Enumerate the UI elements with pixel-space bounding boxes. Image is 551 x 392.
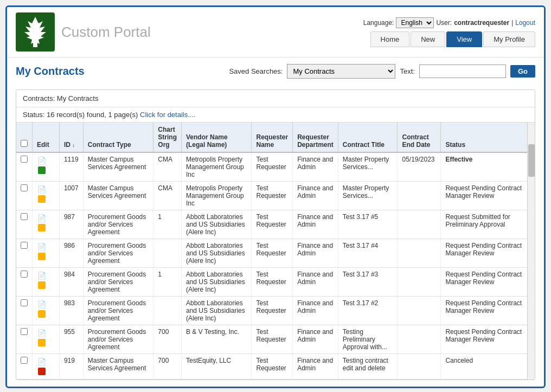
row-checkbox-4[interactable] bbox=[21, 271, 28, 278]
view-doc-icon[interactable]: 📄 bbox=[37, 213, 47, 223]
lang-user-row: Language: English User: contractrequeste… bbox=[363, 17, 535, 28]
th-edit: Edit bbox=[33, 123, 60, 152]
view-doc-icon[interactable]: 📄 bbox=[37, 299, 47, 309]
row-status: Request Pending Contract Manager Review bbox=[441, 268, 527, 297]
row-checkbox-cell bbox=[16, 239, 33, 268]
row-contract-title: Test 3.17 #4 bbox=[338, 239, 398, 268]
view-doc-icon[interactable]: 📄 bbox=[37, 156, 47, 165]
row-chart-string: 700 bbox=[153, 325, 182, 354]
row-chart-string: 1 bbox=[153, 210, 182, 239]
row-chart-string: CMA bbox=[153, 182, 182, 210]
view-doc-icon[interactable]: 📄 bbox=[37, 242, 47, 252]
row-id: 919 bbox=[59, 354, 83, 380]
scrollbar[interactable] bbox=[527, 123, 535, 380]
view-doc-icon[interactable]: 📄 bbox=[37, 357, 47, 367]
row-edit-cell: 📄 bbox=[33, 325, 60, 354]
table-row: 📄 986 Procurement Goods and/or Services … bbox=[16, 239, 527, 268]
search-text-input[interactable] bbox=[419, 65, 506, 78]
row-chart-string: CMA bbox=[153, 152, 182, 182]
row-checkbox-cell bbox=[16, 152, 33, 182]
select-all-checkbox[interactable] bbox=[21, 140, 28, 147]
header-right: Language: English User: contractrequeste… bbox=[363, 17, 535, 47]
table-row: 📄 983 Procurement Goods and/or Services … bbox=[16, 297, 527, 325]
row-vendor-name: Abbott Laboratories and US Subsidiaries … bbox=[182, 239, 252, 268]
row-checkbox-cell bbox=[16, 354, 33, 380]
contracts-table-container: Contracts: My Contracts Status: 16 recor… bbox=[16, 89, 535, 380]
status-badge-icon bbox=[37, 338, 47, 348]
th-id[interactable]: ID ↓ bbox=[59, 123, 83, 152]
row-contract-title: Test 3.17 #2 bbox=[338, 297, 398, 325]
th-contract-type: Contract Type bbox=[83, 123, 153, 152]
row-requester-name: Test Requester bbox=[252, 354, 293, 380]
row-chart-string bbox=[153, 239, 182, 268]
row-requester-department: Finance and Admin bbox=[293, 182, 338, 210]
th-chart-string: Chart String Org bbox=[153, 123, 182, 152]
row-id: 984 bbox=[59, 268, 83, 297]
svg-rect-1 bbox=[33, 42, 37, 47]
go-button[interactable]: Go bbox=[510, 65, 535, 78]
nav-myprofile[interactable]: My Profile bbox=[483, 31, 535, 47]
row-chart-string: 1 bbox=[153, 268, 182, 297]
th-status: Status bbox=[441, 123, 527, 152]
row-vendor-name: Metropolis Property Management Group Inc bbox=[182, 152, 252, 182]
logout-link[interactable]: Logout bbox=[515, 19, 535, 27]
row-status: Request Pending Contract Manager Review bbox=[441, 182, 527, 210]
row-chart-string bbox=[153, 297, 182, 325]
row-requester-name: Test Requester bbox=[252, 182, 293, 210]
status-badge-icon bbox=[37, 223, 47, 233]
row-requester-name: Test Requester bbox=[252, 268, 293, 297]
row-contract-type: Procurement Goods and/or Services Agreem… bbox=[83, 239, 153, 268]
header: Custom Portal Language: English User: co… bbox=[7, 7, 544, 57]
nav-new[interactable]: New bbox=[411, 31, 445, 47]
svg-marker-0 bbox=[24, 17, 46, 44]
row-end-date bbox=[398, 297, 441, 325]
row-end-date bbox=[398, 210, 441, 239]
row-status: Effective bbox=[441, 152, 527, 182]
th-contract-title: Contract Title bbox=[338, 123, 398, 152]
th-requester-department: Requester Department bbox=[293, 123, 338, 152]
row-checkbox-cell bbox=[16, 210, 33, 239]
table-wrapper: Edit ID ↓ Contract Type Chart String Org… bbox=[16, 123, 527, 380]
row-vendor-name: Abbott Laboratories and US Subsidiaries … bbox=[182, 297, 252, 325]
table-row: 📄 1119 Master Campus Services Agreement … bbox=[16, 152, 527, 182]
row-checkbox-cell bbox=[16, 297, 33, 325]
logo-icon bbox=[16, 12, 55, 52]
row-checkbox-2[interactable] bbox=[21, 213, 28, 220]
click-for-details-link[interactable]: Click for details.... bbox=[140, 111, 196, 119]
view-doc-icon[interactable]: 📄 bbox=[37, 328, 47, 338]
row-checkbox-6[interactable] bbox=[21, 328, 28, 335]
view-doc-icon[interactable]: 📄 bbox=[37, 271, 47, 280]
row-edit-cell: 📄 bbox=[33, 152, 60, 182]
view-doc-icon[interactable]: 📄 bbox=[37, 184, 47, 194]
row-contract-type: Procurement Goods and/or Services Agreem… bbox=[83, 268, 153, 297]
row-checkbox-1[interactable] bbox=[21, 184, 28, 191]
row-requester-name: Test Requester bbox=[252, 297, 293, 325]
row-requester-department: Finance and Admin bbox=[293, 239, 338, 268]
row-requester-name: Test Requester bbox=[252, 239, 293, 268]
row-requester-department: Finance and Admin bbox=[293, 297, 338, 325]
nav-home[interactable]: Home bbox=[370, 31, 410, 47]
saved-searches-select[interactable]: My Contracts bbox=[287, 64, 395, 79]
row-checkbox-3[interactable] bbox=[21, 242, 28, 249]
row-status: Request Pending Contract Manager Review bbox=[441, 297, 527, 325]
row-requester-name: Test Requester bbox=[252, 152, 293, 182]
row-end-date bbox=[398, 268, 441, 297]
table-row: 📄 987 Procurement Goods and/or Services … bbox=[16, 210, 527, 239]
status-badge-icon bbox=[37, 280, 47, 290]
nav-view[interactable]: View bbox=[446, 31, 482, 47]
language-select[interactable]: English bbox=[396, 17, 434, 28]
main-content: My Contracts Saved Searches: My Contract… bbox=[7, 57, 544, 387]
row-contract-type: Master Campus Services Agreement bbox=[83, 152, 153, 182]
table-row: 📄 955 Procurement Goods and/or Services … bbox=[16, 325, 527, 354]
row-checkbox-7[interactable] bbox=[21, 357, 28, 364]
row-checkbox-0[interactable] bbox=[21, 156, 28, 163]
row-contract-type: Master Campus Services Agreement bbox=[83, 182, 153, 210]
row-checkbox-5[interactable] bbox=[21, 299, 28, 306]
row-status: Canceled bbox=[441, 354, 527, 380]
row-id: 983 bbox=[59, 297, 83, 325]
row-id: 987 bbox=[59, 210, 83, 239]
row-requester-department: Finance and Admin bbox=[293, 354, 338, 380]
row-requester-department: Finance and Admin bbox=[293, 210, 338, 239]
row-id: 955 bbox=[59, 325, 83, 354]
status-badge-icon bbox=[37, 367, 47, 376]
